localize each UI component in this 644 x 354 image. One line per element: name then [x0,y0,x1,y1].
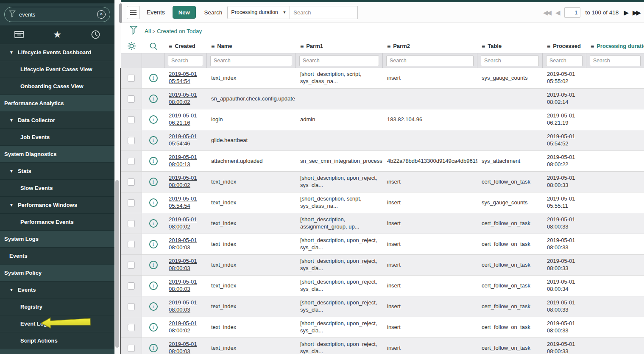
created-link[interactable]: 08:00:03 [169,265,203,272]
sidebar-item-data-collector[interactable]: ▼Data Collector [0,112,114,129]
row-checkbox[interactable] [128,199,135,206]
next-page-button[interactable]: ▶ [624,9,627,17]
sidebar-item-system-policy[interactable]: System Policy [0,265,114,282]
first-page-button[interactable]: ◀◀ [543,9,550,17]
collapse-triangle-icon[interactable]: ▼ [9,118,14,123]
list-context-menu-button[interactable] [127,6,140,19]
created-link[interactable]: 05:54:54 [169,78,203,85]
column-search-parm1[interactable] [299,56,379,66]
row-checkbox[interactable] [128,303,135,310]
tab-favorites[interactable]: ★ [38,25,76,44]
row-checkbox[interactable] [128,324,135,331]
created-link[interactable]: 08:00:02 [169,182,203,189]
info-icon[interactable]: i [149,282,158,290]
column-header-created[interactable]: ≡Created [164,43,207,50]
info-icon[interactable]: i [149,344,158,352]
sidebar-item-stats[interactable]: ▼Stats [0,163,114,180]
sidebar-item-script-actions[interactable]: Script Actions [0,332,114,349]
previous-page-button[interactable]: ◀ [555,9,559,17]
new-button[interactable]: New [173,6,196,19]
created-link[interactable]: 2019-05-01 [169,175,203,182]
current-page-input[interactable] [564,7,580,18]
created-link[interactable]: 2019-05-01 [169,341,203,348]
column-search-created[interactable] [168,56,203,66]
info-icon[interactable]: i [149,323,158,332]
info-icon[interactable]: i [149,261,158,269]
sidebar-item-job-events[interactable]: Job Events [0,129,114,146]
info-icon[interactable]: i [149,240,158,248]
created-link[interactable]: 08:00:13 [169,161,203,168]
column-search-parm2[interactable] [386,56,474,66]
sidebar-item-onboarding-cases-view[interactable]: Onboarding Cases View [0,78,114,95]
created-link[interactable]: 08:00:02 [169,99,203,106]
sidebar-item-event-log[interactable]: Event Log [0,315,114,332]
column-menu-icon[interactable]: ≡ [387,43,390,50]
info-icon[interactable]: i [149,74,158,82]
row-checkbox[interactable] [128,137,135,144]
created-link[interactable]: 05:54:46 [169,140,203,148]
created-link[interactable]: 2019-05-01 [169,279,203,286]
list-settings-gear-button[interactable] [121,42,142,50]
created-link[interactable]: 08:00:02 [169,223,203,231]
sidebar-item-events[interactable]: Events [0,248,114,265]
row-checkbox[interactable] [128,262,135,269]
column-header-processed[interactable]: ≡Processed [543,43,586,50]
column-menu-icon[interactable]: ≡ [482,43,485,50]
clear-filter-icon[interactable]: × [97,10,106,19]
created-link[interactable]: 2019-05-01 [169,154,203,161]
info-icon[interactable]: i [149,198,158,207]
sidebar-item-lifecycle-events-dashboard[interactable]: ▼Lifecycle Events Dashboard [0,44,114,61]
created-link[interactable]: 08:00:03 [169,307,203,314]
sidebar-item-performance-analytics[interactable]: Performance Analytics [0,95,114,112]
info-icon[interactable]: i [149,136,158,145]
created-link[interactable]: 08:00:03 [169,244,203,251]
tab-history[interactable] [76,25,114,44]
created-link[interactable]: 2019-05-01 [169,320,203,327]
created-link[interactable]: 2019-05-01 [169,258,203,265]
created-link[interactable]: 2019-05-01 [169,112,203,120]
collapse-triangle-icon[interactable]: ▼ [9,169,14,173]
created-link[interactable]: 2019-05-01 [169,237,203,244]
search-field-dropdown[interactable]: Processing duration ▼ [227,6,290,19]
sidebar-item-slow-events[interactable]: Slow Events [0,180,114,197]
row-checkbox[interactable] [128,158,135,165]
created-link[interactable]: 2019-05-01 [169,195,203,203]
created-link[interactable]: 2019-05-01 [169,92,203,99]
breadcrumb-condition-link[interactable]: Created on Today [157,28,202,34]
column-search-table[interactable] [481,56,539,66]
column-search-name[interactable] [210,56,292,66]
column-header-name[interactable]: ≡Name [207,43,296,50]
collapse-triangle-icon[interactable]: ▼ [9,287,14,292]
info-icon[interactable]: i [149,157,158,165]
content-scrollbar-thumb[interactable] [119,3,122,23]
info-icon[interactable]: i [149,302,158,311]
column-search-toggle-button[interactable] [142,42,164,50]
info-icon[interactable]: i [149,95,158,103]
row-checkbox[interactable] [128,75,135,82]
sidebar-item-lifecycle-event-cases-view[interactable]: Lifecycle Event Cases View [0,61,114,78]
sidebar-item-system-logs[interactable]: System Logs [0,231,114,248]
created-link[interactable]: 2019-05-01 [169,299,203,307]
column-search-processed[interactable] [546,56,583,66]
collapse-triangle-icon[interactable]: ▼ [9,50,14,55]
row-checkbox[interactable] [128,241,135,248]
created-link[interactable]: 05:54:54 [169,203,203,210]
column-search-processing-duration[interactable] [590,56,641,66]
row-checkbox[interactable] [128,178,135,186]
sidebar-item-performance-events[interactable]: Performance Events [0,214,114,231]
sidebar-item-performance-windows[interactable]: ▼Performance Windows [0,197,114,214]
created-link[interactable]: 08:00:03 [169,286,203,293]
navigator-filter-input[interactable] [19,11,94,18]
info-icon[interactable]: i [149,115,158,124]
sidebar-item-events[interactable]: ▼Events [0,282,114,298]
column-menu-icon[interactable]: ≡ [547,43,550,50]
created-link[interactable]: 2019-05-01 [169,216,203,223]
column-menu-icon[interactable]: ≡ [300,43,304,50]
row-checkbox[interactable] [128,282,135,290]
sidebar-scrollbar-thumb[interactable] [115,180,119,348]
created-link[interactable]: 06:21:16 [169,120,203,127]
created-link[interactable]: 08:00:03 [169,348,203,354]
column-header-processing-duration[interactable]: ≡Processing duration [586,43,644,50]
column-menu-icon[interactable]: ≡ [211,43,215,50]
info-icon[interactable]: i [149,219,158,228]
